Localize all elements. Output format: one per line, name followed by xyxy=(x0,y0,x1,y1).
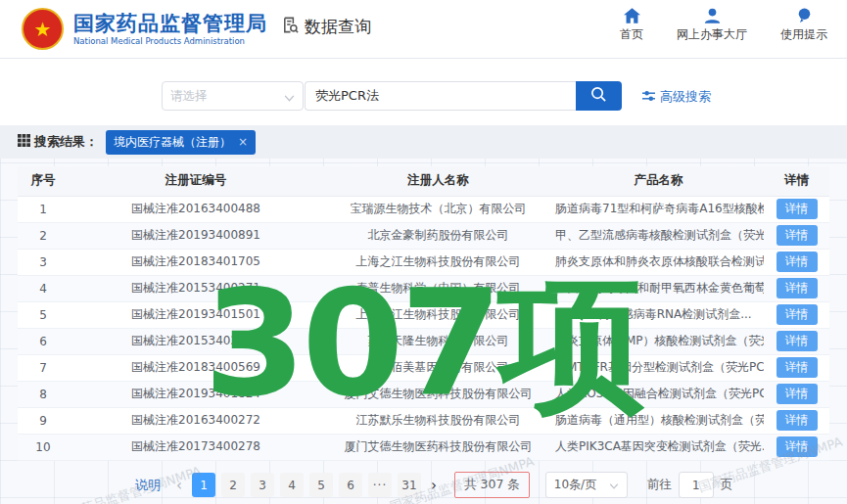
registration-number: 国械注准20153400271 xyxy=(69,275,323,301)
row-index: 3 xyxy=(18,249,69,275)
row-index: 10 xyxy=(18,434,69,460)
registration-number: 国械注准20193400891 xyxy=(69,222,323,249)
table-row: 2国械注准20193400891北京金豪制药股份有限公司甲、乙型流感病毒核酸检测… xyxy=(18,222,829,249)
category-select[interactable]: 请选择 xyxy=(162,81,304,111)
prev-page-arrow[interactable]: ‹ xyxy=(172,477,186,494)
detail-button[interactable]: 详情 xyxy=(776,357,818,378)
search-section: 请选择 高级搜索 xyxy=(0,59,847,125)
registration-number: 国械注准20183400569 xyxy=(69,354,323,381)
filter-icon xyxy=(642,90,655,105)
bulb-icon xyxy=(797,8,812,23)
page-size-select[interactable]: 10条/页 xyxy=(545,472,628,498)
page-list: 123456···31 xyxy=(192,473,421,497)
results-label: 搜索结果： xyxy=(18,133,98,151)
table-row: 10国械注准20173400278厦门艾德生物医药科技股份有限公司人类PIK3C… xyxy=(18,434,829,460)
page-jump: 前往 页 xyxy=(647,472,733,498)
product-name: 人MTHFR基因分型检测试剂盒（荧光PC... xyxy=(553,354,764,381)
product-name: 肺炎支原体（MP）核酸检测试剂盒（荧光P... xyxy=(553,328,764,354)
detail-button[interactable]: 详情 xyxy=(776,331,818,351)
detail-button[interactable]: 详情 xyxy=(776,278,818,298)
detail-button[interactable]: 详情 xyxy=(776,410,818,431)
page-button[interactable]: 2 xyxy=(221,473,245,497)
registrant-name: 上海之江生物科技股份有限公司 xyxy=(323,249,553,275)
nav-tips-label: 使用提示 xyxy=(780,26,827,43)
result-filter-tag[interactable]: 境内医疗器械（注册） × xyxy=(106,130,256,155)
jump-suffix: 页 xyxy=(721,477,733,493)
detail-button[interactable]: 详情 xyxy=(776,304,818,325)
results-table: 序号 注册证编号 注册人名称 产品名称 详情 1国械注准20163400488宝… xyxy=(18,166,829,461)
header: ★ 国家药品监督管理局 National Medical Products Ad… xyxy=(0,0,847,59)
table-row: 1国械注准20163400488宝瑞源生物技术（北京）有限公司肠道病毒71型和柯… xyxy=(18,196,829,222)
jump-page-input[interactable] xyxy=(679,472,714,498)
product-name: H7N9禽流感病毒RNA检测试剂盒... xyxy=(553,301,764,328)
nav-tips[interactable]: 使用提示 xyxy=(780,8,827,43)
registration-number: 国械注准20163400488 xyxy=(69,196,323,222)
advanced-search-link[interactable]: 高级搜索 xyxy=(642,88,711,106)
detail-button[interactable]: 详情 xyxy=(776,252,818,272)
user-icon xyxy=(704,8,721,23)
close-icon[interactable]: × xyxy=(238,135,248,149)
registrant-name: 厦门艾德生物医药科技股份有限公司 xyxy=(323,381,553,407)
row-index: 8 xyxy=(18,381,69,407)
registrant-name: 苏州天隆生物科技有限公司 xyxy=(323,328,553,354)
column-header-no: 序号 xyxy=(18,166,69,196)
row-index: 6 xyxy=(18,328,69,354)
row-index: 9 xyxy=(18,407,69,434)
grid-icon xyxy=(18,134,30,150)
search-icon xyxy=(590,86,607,106)
detail-button[interactable]: 详情 xyxy=(776,436,818,457)
chevron-down-icon xyxy=(284,87,295,106)
site-title: 国家药品监督管理局 xyxy=(73,12,267,35)
table-row: 5国械注准20193401501上海之江生物科技股份有限公司H7N9禽流感病毒R… xyxy=(18,301,829,328)
note-link[interactable]: 说明 xyxy=(135,477,161,494)
page-button[interactable]: 31 xyxy=(398,473,421,497)
home-icon xyxy=(624,8,640,23)
table-row: 8国械注准20193401824厦门艾德生物医药科技股份有限公司人类ROS1基因… xyxy=(18,381,829,407)
search-button[interactable] xyxy=(576,81,622,111)
page-body: 搜索结果： 境内医疗器械（注册） × 序号 注册证编号 注册人名称 产品名称 详… xyxy=(0,125,847,504)
advanced-search-label: 高级搜索 xyxy=(660,88,711,106)
registrant-name: 泰普生物科学（中国）有限公司 xyxy=(323,275,553,301)
page-button[interactable]: 6 xyxy=(339,473,362,497)
detail-button[interactable]: 详情 xyxy=(776,225,818,246)
table-row: 4国械注准20153400271泰普生物科学（中国）有限公司金黄色葡萄球菌和耐甲… xyxy=(18,275,829,301)
registration-number: 国械注准20183401705 xyxy=(69,249,323,275)
column-header-product: 产品名称 xyxy=(553,166,764,196)
top-nav: 首页 网上办事大厅 使用提示 xyxy=(620,8,827,43)
table-header: 序号 注册证编号 注册人名称 产品名称 详情 xyxy=(18,166,829,196)
product-name: 甲、乙型流感病毒核酸检测试剂盒（荧光PC... xyxy=(553,222,764,249)
select-placeholder: 请选择 xyxy=(170,88,208,105)
total-count: 共 307 条 xyxy=(454,472,530,498)
registration-number: 国械注准20193401824 xyxy=(69,381,323,407)
product-name: 金黄色葡萄球菌和耐甲氧西林金黄色葡萄球菌... xyxy=(553,275,764,301)
product-name: 人类PIK3CA基因突变检测试剂盒（荧光... xyxy=(553,434,764,460)
column-header-reg-no: 注册证编号 xyxy=(69,166,323,196)
detail-button[interactable]: 详情 xyxy=(776,384,818,404)
app-title-label: 数据查询 xyxy=(305,16,371,38)
nav-home[interactable]: 首页 xyxy=(620,8,643,43)
app-title: 数据查询 xyxy=(281,16,371,38)
chevron-down-icon xyxy=(609,479,619,492)
national-emblem-icon: ★ xyxy=(22,8,64,50)
row-index: 2 xyxy=(18,222,69,249)
registration-number: 国械注准20173400278 xyxy=(69,434,323,460)
results-bar: 搜索结果： 境内医疗器械（注册） × xyxy=(0,125,847,159)
page-button[interactable]: 3 xyxy=(251,473,274,497)
product-name: 肠道病毒（通用型）核酸检测试剂盒（荧光P... xyxy=(553,407,764,434)
column-header-registrant: 注册人名称 xyxy=(323,166,553,196)
registrant-name: 厦门艾德生物医药科技股份有限公司 xyxy=(323,434,553,460)
nav-home-label: 首页 xyxy=(620,26,643,43)
nav-service-hall[interactable]: 网上办事大厅 xyxy=(677,8,747,43)
page-button[interactable]: 5 xyxy=(309,473,333,497)
search-input[interactable] xyxy=(305,81,576,111)
next-page-arrow[interactable]: › xyxy=(427,477,441,494)
product-name: 肠道病毒71型和柯萨奇病毒A16型核酸检... xyxy=(553,196,764,222)
product-name: 人类ROS1基因融合检测试剂盒（荧光PC... xyxy=(553,381,764,407)
page-button[interactable]: 1 xyxy=(192,473,215,497)
site-subtitle: National Medical Products Administration xyxy=(73,36,267,46)
product-name: 肺炎支原体和肺炎衣原体核酸联合检测试剂盒... xyxy=(553,249,764,275)
detail-button[interactable]: 详情 xyxy=(776,199,818,219)
nav-service-hall-label: 网上办事大厅 xyxy=(677,26,747,43)
column-header-detail: 详情 xyxy=(764,166,829,196)
page-button[interactable]: 4 xyxy=(280,473,304,497)
